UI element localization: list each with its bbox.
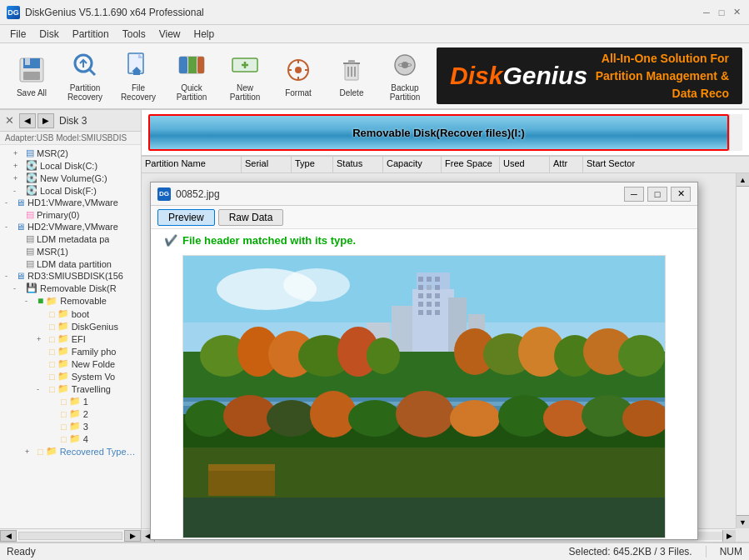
tree-item-local-f[interactable]: -💽Local Disk(F:) bbox=[2, 184, 139, 197]
new-partition-icon bbox=[230, 50, 260, 80]
tree-item-4[interactable]: □📁4 bbox=[2, 432, 139, 445]
backup-partition-button[interactable]: Backup Partition bbox=[380, 48, 430, 104]
tree-item-3[interactable]: □📁3 bbox=[2, 420, 139, 432]
window-controls[interactable]: ─ □ ✕ bbox=[701, 7, 742, 18]
svg-rect-84 bbox=[208, 471, 275, 496]
new-partition-button[interactable]: New Partition bbox=[220, 48, 270, 104]
scroll-track[interactable] bbox=[18, 532, 122, 540]
scroll-right-button[interactable]: ▶ bbox=[124, 530, 141, 542]
svg-rect-36 bbox=[418, 277, 423, 282]
svg-rect-10 bbox=[188, 57, 197, 73]
tree-item-new-volume-g[interactable]: +💽New Volume(G:) bbox=[2, 172, 139, 184]
menu-file[interactable]: File bbox=[3, 27, 32, 42]
new-partition-label: New Partition bbox=[221, 83, 269, 102]
svg-rect-50 bbox=[435, 310, 440, 315]
close-button[interactable]: ✕ bbox=[5, 114, 14, 127]
tree-item-boot[interactable]: □📁boot bbox=[2, 308, 139, 320]
preview-dialog: DG 00852.jpg ─ □ ✕ Preview Raw Data bbox=[150, 182, 698, 540]
tree-item-hd2[interactable]: -🖥HD2:VMware,VMware bbox=[2, 221, 139, 232]
scroll-up-button[interactable]: ▲ bbox=[737, 173, 749, 187]
disk-vis-scrollbar[interactable] bbox=[729, 114, 742, 151]
tree-item-ldm-data[interactable]: ▤LDM data partition bbox=[2, 258, 139, 270]
delete-button[interactable]: Delete bbox=[327, 48, 377, 104]
svg-rect-38 bbox=[435, 277, 440, 282]
save-all-label: Save All bbox=[17, 88, 47, 98]
tree-item-removable-disk[interactable]: -💾Removable Disk(R bbox=[2, 282, 139, 294]
svg-rect-47 bbox=[435, 302, 440, 307]
tree-item-msr2[interactable]: +▤MSR(2) bbox=[2, 147, 139, 159]
svg-rect-40 bbox=[427, 285, 432, 290]
delete-label: Delete bbox=[340, 88, 364, 98]
right-scrollbar[interactable]: ▲ ▼ bbox=[736, 173, 749, 528]
menu-partition[interactable]: Partition bbox=[66, 27, 116, 42]
dialog-close-button[interactable]: ✕ bbox=[671, 187, 691, 202]
disk-label: Disk 3 bbox=[59, 115, 87, 127]
tree-item-family-photos[interactable]: □📁Family pho bbox=[2, 345, 139, 358]
quick-partition-icon bbox=[177, 50, 207, 80]
nav-back-button[interactable]: ◀ bbox=[19, 113, 36, 128]
minimize-button[interactable]: ─ bbox=[701, 7, 712, 18]
maximize-button[interactable]: □ bbox=[716, 7, 727, 18]
tree-item-new-folder[interactable]: □📁New Folde bbox=[2, 358, 139, 370]
menu-view[interactable]: View bbox=[152, 27, 187, 42]
tree-item-2[interactable]: □📁2 bbox=[2, 408, 139, 420]
num-indicator: NUM bbox=[720, 546, 742, 558]
raw-data-tab[interactable]: Raw Data bbox=[218, 209, 284, 226]
tree-item-recovered-types[interactable]: +□📁Recovered Types(1) bbox=[2, 445, 139, 458]
svg-rect-35 bbox=[412, 289, 454, 356]
nav-buttons: ◀ ▶ bbox=[19, 113, 54, 128]
format-icon bbox=[283, 55, 313, 85]
scroll-right-btn[interactable]: ▶ bbox=[722, 530, 736, 542]
dialog-minimize-button[interactable]: ─ bbox=[624, 187, 644, 202]
svg-rect-85 bbox=[183, 498, 666, 538]
svg-point-67 bbox=[618, 335, 665, 377]
tree-item-rd3[interactable]: -🖥RD3:SMIUSBDISK(156 bbox=[2, 270, 139, 282]
svg-rect-37 bbox=[427, 277, 432, 282]
tree-item-system-volume[interactable]: □📁System Vo bbox=[2, 370, 139, 382]
scroll-down-button[interactable]: ▼ bbox=[737, 515, 749, 528]
col-attr: Attr bbox=[550, 157, 583, 172]
brand-logo: DiskGenius bbox=[450, 62, 587, 90]
tree-item-primary0[interactable]: ▤Primary(0) bbox=[2, 208, 139, 221]
preview-tab[interactable]: Preview bbox=[157, 209, 215, 226]
tree-item-removable-folder[interactable]: -■📁Removable bbox=[2, 294, 139, 308]
backup-partition-icon bbox=[390, 50, 420, 80]
format-button[interactable]: Format bbox=[273, 48, 323, 104]
tree-item-msr1[interactable]: ▤MSR(1) bbox=[2, 245, 139, 258]
tree-item-hd1[interactable]: -🖥HD1:VMware,VMware bbox=[2, 197, 139, 208]
file-recovery-button[interactable]: File Recovery bbox=[113, 48, 163, 104]
tree-item-1[interactable]: □📁1 bbox=[2, 395, 139, 408]
quick-partition-button[interactable]: Quick Partition bbox=[167, 48, 217, 104]
svg-point-73 bbox=[267, 400, 317, 437]
preview-svg bbox=[183, 256, 666, 538]
brand-tagline: All-In-One Solution ForPartition Managem… bbox=[587, 50, 729, 102]
tree-item-efi[interactable]: +□📁EFI bbox=[2, 332, 139, 345]
delete-icon bbox=[337, 55, 367, 85]
tree-item-diskgenius[interactable]: □📁DiskGenius bbox=[2, 320, 139, 332]
tree-scrollbar[interactable]: ◀ ▶ bbox=[0, 528, 141, 542]
col-serial: Serial bbox=[242, 157, 292, 172]
menu-tools[interactable]: Tools bbox=[116, 27, 152, 42]
svg-rect-48 bbox=[418, 310, 423, 315]
menu-help[interactable]: Help bbox=[187, 27, 222, 42]
tree-item-ldm-meta[interactable]: ▤LDM metadata pa bbox=[2, 232, 139, 245]
dialog-title: 00852.jpg bbox=[176, 188, 220, 200]
svg-point-75 bbox=[348, 400, 402, 437]
scroll-body bbox=[737, 187, 749, 515]
tree-item-local-c[interactable]: +💽Local Disk(C:) bbox=[2, 159, 139, 172]
svg-rect-42 bbox=[418, 293, 423, 298]
save-all-button[interactable]: Save All bbox=[7, 48, 57, 104]
col-capacity: Capacity bbox=[383, 157, 442, 172]
disk-partition-bar[interactable]: Removable Disk(Recover files)(I:) bbox=[148, 114, 729, 151]
svg-point-20 bbox=[295, 67, 302, 73]
close-button[interactable]: ✕ bbox=[731, 7, 742, 18]
status-divider bbox=[706, 546, 707, 558]
partition-recovery-button[interactable]: Partition Recovery bbox=[60, 48, 110, 104]
menu-disk[interactable]: Disk bbox=[32, 27, 65, 42]
nav-forward-button[interactable]: ▶ bbox=[37, 113, 54, 128]
svg-point-76 bbox=[396, 391, 454, 438]
dialog-maximize-button[interactable]: □ bbox=[647, 187, 667, 202]
svg-rect-45 bbox=[418, 302, 423, 307]
scroll-left-button[interactable]: ◀ bbox=[0, 530, 17, 542]
tree-item-travelling[interactable]: -□📁Travelling bbox=[2, 382, 139, 395]
